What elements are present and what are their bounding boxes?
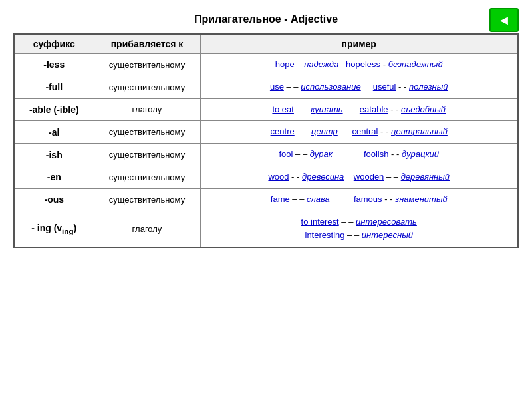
- adds-to-cell: существительному: [94, 54, 200, 76]
- table-row: -enсуществительномуwood - - древесина wo…: [14, 166, 518, 188]
- example-cell[interactable]: fool – – дурак foolish - - дурацкий: [200, 144, 518, 166]
- table-header-row: суффикс прибавляется к пример: [14, 34, 518, 54]
- example-cell[interactable]: wood - - древесина wooden – – деревянный: [200, 166, 518, 188]
- example-cell[interactable]: use – – использование useful - - полезны…: [200, 76, 518, 98]
- table-row: -ishсуществительномуfool – – дурак fooli…: [14, 144, 518, 166]
- adds-to-cell: существительному: [94, 121, 200, 144]
- example-cell[interactable]: to interest – – интересоватьinteresting …: [200, 211, 518, 247]
- adds-to-cell: существительному: [94, 76, 200, 98]
- table-row: -lessсуществительномуhope – надежда hope…: [14, 54, 518, 76]
- suffix-cell: -able (-ible): [14, 98, 94, 121]
- page-title: Прилагательное - Adjective: [13, 13, 519, 25]
- suffix-cell: - ing (ving): [14, 211, 94, 247]
- adjective-table: суффикс прибавляется к пример -lessсущес…: [13, 33, 519, 248]
- adds-to-cell: глаголу: [94, 98, 200, 121]
- table-row: - ing (ving)глаголуto interest – – интер…: [14, 211, 518, 247]
- suffix-cell: -en: [14, 166, 94, 188]
- table-row: -ousсуществительномуfame – – слава famou…: [14, 188, 518, 211]
- example-cell[interactable]: to eat – – кушать eatable - - съедобный: [200, 98, 518, 121]
- suffix-cell: -al: [14, 121, 94, 144]
- adds-to-cell: существительному: [94, 144, 200, 166]
- col-header-example: пример: [200, 34, 518, 54]
- suffix-cell: -full: [14, 76, 94, 98]
- adds-to-cell: глаголу: [94, 211, 200, 247]
- col-header-adds-to: прибавляется к: [94, 34, 200, 54]
- table-row: -alсуществительномуcentre – – центр cent…: [14, 121, 518, 144]
- back-arrow-icon: ◄: [497, 13, 511, 27]
- suffix-cell: -ous: [14, 188, 94, 211]
- adds-to-cell: существительному: [94, 188, 200, 211]
- adds-to-cell: существительному: [94, 166, 200, 188]
- example-cell[interactable]: hope – надежда hopeless - безнадежный: [200, 54, 518, 76]
- example-cell[interactable]: centre – – центр central - - центральный: [200, 121, 518, 144]
- col-header-suffix: суффикс: [14, 34, 94, 54]
- table-row: -able (-ible)глаголуto eat – – кушать ea…: [14, 98, 518, 121]
- table-row: -fullсуществительномуuse – – использован…: [14, 76, 518, 98]
- suffix-cell: -less: [14, 54, 94, 76]
- example-cell[interactable]: fame – – слава famous - - знаменитый: [200, 188, 518, 211]
- back-button[interactable]: ◄: [489, 8, 519, 32]
- page-wrapper: Прилагательное - Adjective ◄ суффикс при…: [0, 0, 532, 399]
- suffix-cell: -ish: [14, 144, 94, 166]
